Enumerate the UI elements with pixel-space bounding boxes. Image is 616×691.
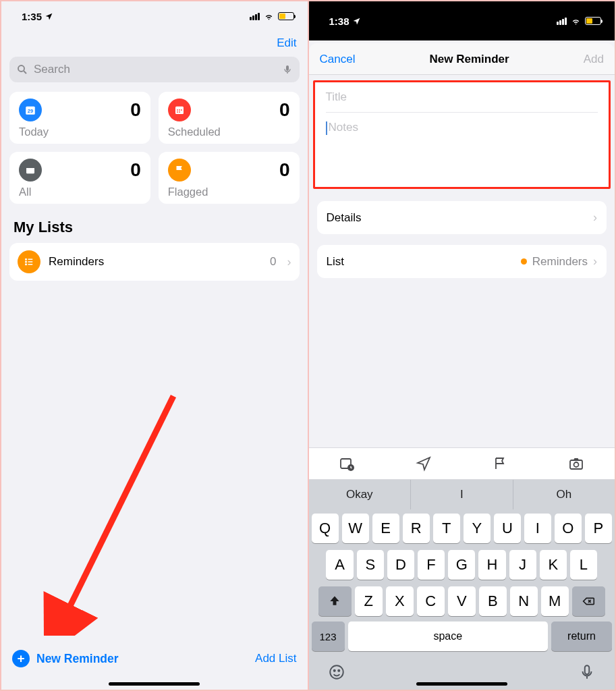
new-reminder-label: New Reminder — [36, 652, 119, 666]
tile-scheduled-label: Scheduled — [168, 126, 290, 138]
new-reminder-button[interactable]: + New Reminder — [12, 650, 119, 667]
details-row[interactable]: Details › — [317, 201, 607, 234]
tile-all[interactable]: 0 All — [9, 152, 150, 204]
my-lists-title: My Lists — [1, 206, 308, 243]
svg-point-25 — [330, 665, 343, 679]
list-icon — [18, 250, 40, 273]
tile-today[interactable]: 29 0 Today — [9, 92, 150, 144]
home-indicator — [416, 682, 507, 686]
flag-outline-icon[interactable] — [492, 455, 508, 472]
search-input[interactable]: Search — [9, 57, 300, 82]
svg-point-9 — [181, 109, 182, 111]
annotation-arrow — [42, 386, 190, 636]
svg-line-1 — [24, 71, 26, 74]
key[interactable]: Q — [312, 514, 339, 543]
title-input[interactable]: Title — [315, 82, 609, 112]
key[interactable]: N — [510, 586, 538, 616]
numbers-key[interactable]: 123 — [312, 621, 345, 651]
key[interactable]: U — [494, 514, 521, 543]
key[interactable]: W — [342, 514, 369, 543]
tray-icon — [19, 159, 42, 182]
key[interactable]: H — [478, 550, 505, 580]
keyboard-toolbar — [309, 447, 615, 480]
key[interactable]: Z — [355, 586, 383, 616]
key[interactable]: K — [540, 550, 567, 580]
tile-flagged-count: 0 — [279, 159, 290, 181]
svg-point-26 — [333, 670, 335, 671]
svg-line-18 — [65, 396, 173, 615]
status-time: 1:35 — [22, 11, 42, 22]
svg-point-16 — [26, 264, 27, 265]
screen-reminders-home: 1:35 Edit Search 29 0 Today — [1, 1, 308, 690]
svg-point-0 — [18, 65, 24, 72]
location-outline-icon[interactable] — [416, 455, 432, 472]
svg-point-7 — [177, 109, 178, 111]
tile-scheduled[interactable]: 0 Scheduled — [159, 92, 300, 144]
notes-input[interactable]: Notes — [315, 113, 609, 187]
key[interactable]: P — [585, 514, 612, 543]
calendar-clock-icon[interactable] — [339, 455, 355, 472]
tile-flagged[interactable]: 0 Flagged — [159, 152, 300, 204]
cancel-button[interactable]: Cancel — [320, 53, 356, 66]
key[interactable]: O — [555, 514, 582, 543]
screen-new-reminder: 1:38 Cancel New Reminder Add Title Notes… — [308, 1, 615, 690]
add-list-button[interactable]: Add List — [255, 652, 296, 665]
key-row-2: A S D F G H J K L — [312, 550, 613, 580]
key[interactable]: M — [541, 586, 569, 616]
add-button[interactable]: Add — [584, 53, 604, 66]
key[interactable]: V — [448, 586, 476, 616]
key[interactable]: C — [417, 586, 445, 616]
key[interactable]: J — [509, 550, 536, 580]
space-key[interactable]: space — [348, 621, 549, 651]
suggestion[interactable]: Okay — [309, 480, 412, 509]
location-icon — [45, 12, 53, 21]
key[interactable]: E — [372, 514, 399, 543]
key[interactable]: T — [433, 514, 460, 543]
key[interactable]: D — [387, 550, 414, 580]
key[interactable]: A — [326, 550, 353, 580]
key[interactable]: I — [524, 514, 551, 543]
key[interactable]: B — [479, 586, 507, 616]
list-color-dot — [521, 258, 527, 265]
key[interactable]: R — [403, 514, 430, 543]
flag-icon — [168, 159, 191, 182]
svg-rect-28 — [585, 665, 590, 674]
plus-icon: + — [12, 650, 30, 667]
mic-icon[interactable] — [282, 64, 293, 75]
key[interactable]: Y — [464, 514, 491, 543]
emoji-icon[interactable] — [328, 663, 345, 681]
modal-title: New Reminder — [430, 53, 509, 66]
edit-button[interactable]: Edit — [277, 36, 296, 49]
key[interactable]: X — [386, 586, 414, 616]
svg-point-14 — [26, 261, 27, 262]
key[interactable]: L — [570, 550, 597, 580]
list-row-reminders[interactable]: Reminders 0 › — [9, 243, 300, 281]
backspace-key[interactable] — [572, 586, 605, 616]
tile-today-count: 0 — [130, 99, 141, 121]
list-row-count: 0 — [270, 255, 276, 269]
suggestion[interactable]: Oh — [513, 480, 615, 509]
wifi-icon — [263, 12, 275, 21]
search-placeholder: Search — [34, 63, 277, 76]
battery-icon — [278, 12, 294, 20]
svg-point-10 — [177, 111, 178, 113]
list-select-row[interactable]: List Reminders › — [317, 245, 607, 278]
tile-scheduled-count: 0 — [279, 99, 290, 121]
svg-point-12 — [26, 259, 27, 260]
return-key[interactable]: return — [551, 621, 612, 651]
tile-today-label: Today — [19, 126, 141, 138]
svg-rect-2 — [286, 65, 289, 71]
suggestion[interactable]: I — [411, 480, 513, 509]
camera-icon[interactable] — [568, 455, 584, 472]
key[interactable]: G — [448, 550, 475, 580]
key[interactable]: S — [357, 550, 384, 580]
svg-point-27 — [338, 670, 339, 671]
key-row-1: Q W E R T Y U I O P — [312, 514, 613, 543]
key[interactable]: F — [418, 550, 445, 580]
shift-key[interactable] — [318, 586, 352, 616]
tile-all-count: 0 — [130, 159, 141, 181]
dictation-icon[interactable] — [578, 663, 596, 681]
wifi-icon — [570, 17, 582, 26]
suggestions-row: Okay I Oh — [309, 480, 615, 509]
key-row-bottom: 123 space return — [309, 619, 615, 657]
